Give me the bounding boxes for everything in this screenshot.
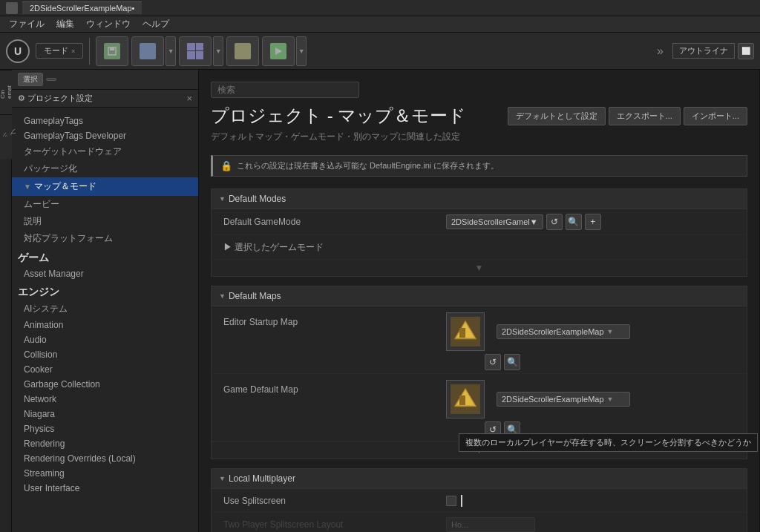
toolbar-map-btn[interactable]: [131, 36, 164, 66]
dropdown-game-map[interactable]: 2DSideScrollerExampleMap ▼: [497, 392, 630, 407]
left-tab-map[interactable]: マップ: [0, 114, 12, 159]
left-tab-cine[interactable]: Cinemat: [0, 70, 12, 114]
field-selected-gamemode: ▶ 選択したゲームモード: [212, 235, 747, 259]
control-two-player-layout: Ho...: [446, 517, 735, 532]
project-settings-panel-header: ⚙ プロジェクト設定 ×: [12, 90, 198, 108]
menu-window[interactable]: ウィンドウ: [80, 16, 137, 32]
save-icon: [104, 43, 120, 59]
nav-physics[interactable]: Physics: [12, 421, 198, 436]
section-modes-footer: ▼: [212, 259, 747, 276]
nav-ui[interactable]: User Interface: [12, 481, 198, 496]
editor-map-search-btn[interactable]: 🔍: [504, 354, 520, 370]
app-icon: [6, 2, 18, 14]
game-map-thumbnail: [446, 380, 485, 418]
nav-collision[interactable]: Collision: [12, 347, 198, 362]
nav-niagara[interactable]: Niagara: [12, 407, 198, 421]
left-tab-strip: Cinemat マップ: [0, 70, 12, 532]
dropdown-arrow-1[interactable]: ▼: [166, 36, 176, 66]
nav-network[interactable]: Network: [12, 392, 198, 407]
game-map-search-btn[interactable]: 🔍: [504, 421, 520, 438]
nav-ai[interactable]: AIシステム: [12, 301, 198, 318]
dropdown-editor-map[interactable]: 2DSideScrollerExampleMap ▼: [497, 324, 630, 339]
gamemode-add-btn[interactable]: +: [585, 214, 601, 230]
mode-button[interactable]: モード ×: [36, 43, 83, 59]
import-btn[interactable]: インポート...: [684, 107, 747, 125]
mode-other-btn[interactable]: [46, 78, 56, 81]
label-editor-map: Editor Startup Map: [223, 312, 446, 370]
title-tab[interactable]: 2DSideScrollerExampleMap•: [22, 1, 142, 14]
mode-select-btn[interactable]: 選択: [18, 73, 43, 86]
search-input[interactable]: [211, 82, 359, 98]
field-two-player-layout: Two Player Splitscreen Layout Ho...: [212, 513, 747, 532]
nav-streaming[interactable]: Streaming: [12, 466, 198, 481]
nav-gameplay-tags-dev[interactable]: GameplayTags Developer: [12, 128, 198, 143]
toolbar-build-btn[interactable]: [226, 36, 259, 66]
nav-rendering-overrides[interactable]: Rendering Overrides (Local): [12, 451, 198, 466]
field-editor-map: Editor Startup Map: [212, 306, 747, 374]
label-selected-gamemode[interactable]: ▶ 選択したゲームモード: [223, 241, 446, 254]
toolbar-play-btn[interactable]: [262, 36, 295, 66]
nav-cooker[interactable]: Cooker: [12, 362, 198, 377]
mode-close: ×: [71, 47, 75, 55]
label-two-player-layout: Two Player Splitscreen Layout: [223, 519, 446, 530]
toolbar-group-1: ▼: [131, 36, 176, 66]
nav-gc[interactable]: Garbage Collection: [12, 377, 198, 392]
menu-file[interactable]: ファイル: [3, 16, 50, 32]
editor-map-thumbnail: [446, 312, 485, 351]
mode-tab-area: 選択: [12, 70, 198, 90]
grid-icon: [187, 43, 203, 59]
info-text: これらの設定は現在書き込み可能な DefaultEngine.ini に保存され…: [237, 160, 499, 171]
toolbar-save-btn[interactable]: [96, 36, 128, 66]
section-multiplayer-title: Local Multiplayer: [229, 473, 295, 484]
checkbox-splitscreen[interactable]: [446, 496, 456, 506]
dropdown-editor-map-val: 2DSideScrollerExampleMap: [502, 327, 604, 336]
section-local-multiplayer-header[interactable]: ▼ Local Multiplayer: [212, 469, 747, 489]
game-map-reset-btn[interactable]: ↺: [485, 421, 501, 438]
toolbar-group-2: ▼: [179, 36, 223, 66]
toolbar-grid-btn[interactable]: [179, 36, 212, 66]
maps-collapse-arrow[interactable]: ▼: [475, 445, 484, 456]
modes-collapse-arrow[interactable]: ▼: [475, 263, 484, 273]
nav-maps-modes[interactable]: ▼ マップ＆モード: [12, 177, 198, 196]
project-settings-close[interactable]: ×: [186, 93, 192, 104]
lock-icon: 🔒: [220, 160, 232, 171]
outline-tab[interactable]: アウトライナ: [672, 43, 735, 59]
svg-rect-10: [459, 395, 465, 405]
nav-asset-manager[interactable]: Asset Manager: [12, 266, 198, 281]
nav-description[interactable]: 説明: [12, 213, 198, 230]
nav-audio[interactable]: Audio: [12, 332, 198, 347]
nav-target-hardware[interactable]: ターゲットハードウェア: [12, 143, 198, 160]
dropdown-arrow-2[interactable]: ▼: [213, 36, 223, 66]
toolbar-group-3: ▼: [262, 36, 307, 66]
section-default-modes-header[interactable]: ▼ Default Modes: [212, 189, 747, 209]
set-default-btn[interactable]: デフォルトとして設定: [508, 107, 606, 125]
toolbar-right-icon[interactable]: ⬜: [738, 43, 754, 59]
editor-map-reset-btn[interactable]: ↺: [485, 354, 501, 370]
field-splitscreen: Use Splitscreen: [212, 489, 747, 513]
nav-movies[interactable]: ムービー: [12, 196, 198, 213]
menu-help[interactable]: ヘルプ: [137, 16, 175, 32]
label-game-map: Game Default Map: [223, 380, 446, 438]
triangle-maps: ▼: [219, 292, 226, 300]
nav-platform-support[interactable]: 対応プラットフォーム: [12, 230, 198, 247]
section-default-modes: ▼ Default Modes Default GameMode 2DSideS…: [211, 188, 747, 277]
control-game-map: 2DSideScrollerExampleMap ▼ ↺ 🔍: [446, 380, 735, 438]
toolbar-more[interactable]: »: [657, 45, 664, 58]
nav-animation[interactable]: Animation: [12, 318, 198, 332]
ue-logo: U: [6, 39, 30, 63]
sidebar: 選択 ⚙ プロジェクト設定 × GameplayTags GameplayTag…: [12, 70, 199, 532]
menu-edit[interactable]: 編集: [50, 16, 80, 32]
nav-rendering[interactable]: Rendering: [12, 436, 198, 451]
dropdown-gamemode[interactable]: 2DSideScrollerGamel▼: [446, 214, 543, 229]
gamemode-reset-btn[interactable]: ↺: [546, 214, 563, 230]
gamemode-search-btn[interactable]: 🔍: [566, 214, 582, 230]
section-default-maps-header[interactable]: ▼ Default Maps: [212, 286, 747, 306]
dropdown-arrow-3[interactable]: ▼: [296, 36, 307, 66]
section-local-multiplayer: ▼ Local Multiplayer Use Splitscreen: [211, 468, 747, 532]
nav-gameplay-tags[interactable]: GameplayTags: [12, 114, 198, 128]
project-settings-label: ⚙ プロジェクト設定: [18, 93, 93, 104]
nav-packaging[interactable]: パッケージ化: [12, 160, 198, 177]
export-btn[interactable]: エクスポート...: [609, 107, 681, 125]
section-modes-body: Default GameMode 2DSideScrollerGamel▼ ↺ …: [212, 209, 747, 259]
section-maps-body: Editor Startup Map: [212, 306, 747, 441]
